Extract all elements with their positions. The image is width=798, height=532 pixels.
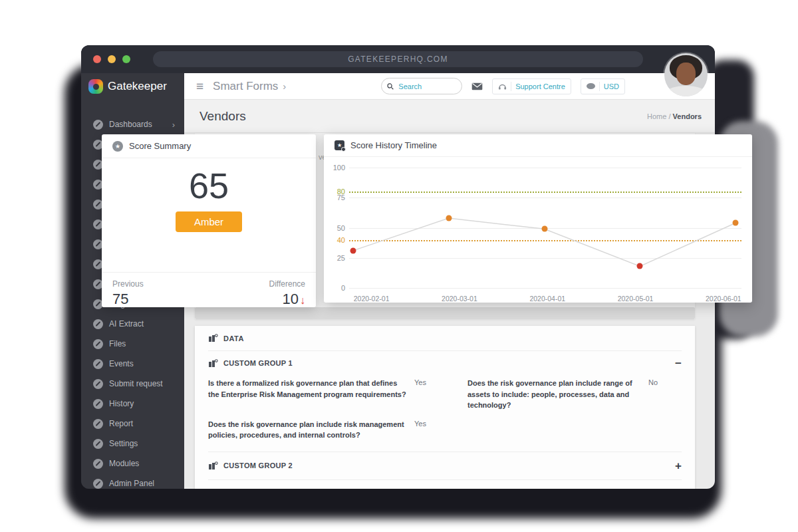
sidebar-item-files[interactable]: Files [81,334,184,354]
data-point-2020-04-01[interactable] [541,226,547,232]
search-icon [387,82,394,90]
answer-text: No [648,378,682,411]
gauge-icon [93,359,103,369]
x-axis-tick: 2020-05-01 [618,295,654,303]
data-point-2020-05-01[interactable] [637,263,643,269]
url-text: GATEKEEPERHQ.COM [348,55,448,64]
sidebar-item-dashboards[interactable]: Dashboards › [81,114,184,134]
custom-group-1-label: CUSTOM GROUP 1 [223,359,293,367]
gauge-icon [93,379,103,389]
difference-block: Difference 10↓ [269,279,305,316]
data-group-icon [208,462,218,470]
answer-text: Yes [414,419,461,441]
data-group-icon [208,334,218,342]
y-axis-tick: 80 [325,188,345,196]
score-summary-header: ★ Score Summary [102,134,316,158]
collapse-icon[interactable]: − [675,358,682,369]
currency-label: USD [604,82,619,90]
gauge-icon [93,339,103,349]
sidebar-item-settings[interactable]: Settings [81,434,184,454]
top-navigation-bar: ≡ Smart Forms › [184,73,715,100]
y-axis-tick: 50 [325,224,345,232]
sidebar-item-modules[interactable]: Modules [81,454,184,473]
brand-logo[interactable]: Gatekeeper [81,73,184,100]
breadcrumb-home[interactable]: Home / [647,112,670,120]
sidebar-item-label: Dashboards [109,120,152,129]
zoom-window-icon[interactable] [122,55,130,63]
support-centre-button[interactable]: Support Centre [492,78,571,94]
user-avatar[interactable] [664,53,708,96]
browser-chrome: GATEKEEPERHQ.COM [81,45,715,73]
gatekeeper-logo-icon [88,79,103,94]
chevron-right-icon: › [172,120,175,130]
arrow-down-icon: ↓ [300,295,305,306]
search-input[interactable] [397,82,456,91]
divider [599,82,600,91]
star-circle-icon: ★ [112,141,123,152]
data-point-2020-06-01[interactable] [733,220,739,226]
divider [511,82,511,91]
close-window-icon[interactable] [93,55,101,63]
question-text: Does the risk governance plan include ra… [467,378,642,411]
breadcrumb-current: Vendors [673,112,702,120]
score-history-title: Score History Timeline [350,140,437,150]
data-panel: DATA CUSTOM GROUP 1 − I [195,326,695,489]
data-section-header: DATA [208,326,682,351]
sidebar-item-ai-extract[interactable]: AI Extract [81,314,184,334]
x-axis-tick: 2020-03-01 [442,295,477,303]
url-bar[interactable]: GATEKEEPERHQ.COM [153,51,643,67]
sidebar-item-events[interactable]: Events [81,354,184,374]
screenshot-stage: GATEKEEPERHQ.COM Gatekeeper Dashboards › [0,0,798,532]
y-axis-tick: 0 [325,284,345,292]
score-summary-title: Score Summary [129,141,191,151]
mail-button[interactable] [471,82,483,90]
sidebar-item-submit-request[interactable]: Submit request [81,374,184,394]
y-axis-tick: 25 [325,254,345,262]
custom-group-3-header[interactable]: CUSTOM GROUP 3 + [208,480,682,489]
search-box[interactable] [381,78,462,94]
x-axis-tick: 2020-06-01 [706,295,741,303]
custom-group-1-header[interactable]: CUSTOM GROUP 1 − [208,351,682,375]
score-summary-card: ★ Score Summary 65 Amber Previous 75 Dif… [102,134,316,307]
hamburger-menu-icon[interactable]: ≡ [196,80,203,92]
gridline-0 [349,288,741,289]
avatar-face-graphic [676,63,696,85]
page-title: Vendors [200,109,246,124]
y-axis-tick: 40 [325,236,345,244]
currency-button[interactable]: USD [581,78,625,94]
gauge-icon [93,419,103,429]
y-axis-tick: 100 [325,164,345,172]
expand-icon[interactable]: + [675,488,682,489]
data-point-2020-02-01[interactable] [350,247,356,253]
previous-label: Previous [112,279,144,289]
data-group-icon [208,359,218,368]
previous-value: 75 [112,291,144,308]
gauge-icon [93,319,103,329]
data-section-title: DATA [223,334,244,342]
data-point-2020-03-01[interactable] [446,215,452,221]
breadcrumb[interactable]: Smart Forms [213,80,278,93]
sidebar-item-admin-panel[interactable]: Admin Panel [81,473,184,489]
empty-cell [467,419,642,441]
custom-group-2-header[interactable]: CUSTOM GROUP 2 + [208,452,682,480]
qa-grid: Is there a formalized risk governance pl… [208,375,682,452]
minimize-window-icon[interactable] [108,55,116,63]
custom-group-2-label: CUSTOM GROUP 2 [223,462,293,469]
gauge-icon [93,439,103,449]
previous-score-block: Previous 75 [112,279,144,316]
score-summary-body: 65 Amber [102,168,316,272]
current-score-value: 65 [102,168,316,203]
globe-icon [587,83,595,89]
sidebar-item-history[interactable]: History [81,394,184,414]
expand-icon[interactable]: + [675,460,682,471]
gauge-icon [93,479,103,489]
sidebar-item-report[interactable]: Report [81,414,184,434]
score-history-card: ★ Score History Timeline 025507510040802… [324,134,752,303]
chevron-right-icon: › [283,80,286,92]
score-summary-footer: Previous 75 Difference 10↓ [102,272,316,316]
question-text: Does the risk governance plan include ri… [208,419,408,441]
gauge-icon [93,120,103,130]
question-text: Is there a formalized risk governance pl… [208,378,408,411]
gauge-icon [93,459,103,469]
status-badge[interactable]: Amber [176,211,242,232]
